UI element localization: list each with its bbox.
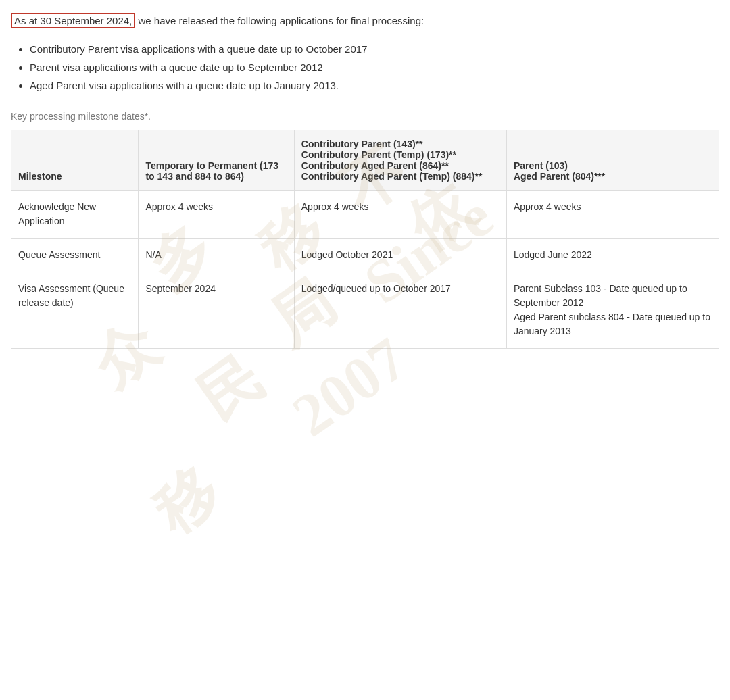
bullet-item: Contributory Parent visa applications wi… — [30, 40, 719, 58]
table-cell-parent: Parent Subclass 103 - Date queued up to … — [506, 272, 719, 348]
milestone-table: MilestoneTemporary to Permanent (173 to … — [11, 130, 719, 349]
table-cell-contributory: Lodged/queued up to October 2017 — [294, 272, 506, 348]
highlighted-date: As at 30 September 2024, — [11, 13, 135, 28]
table-cell-temp_to_perm: September 2024 — [139, 272, 294, 348]
table-header-parent: Parent (103)Aged Parent (804)*** — [506, 130, 719, 190]
table-cell-contributory: Approx 4 weeks — [294, 190, 506, 238]
intro-paragraph: As at 30 September 2024, we have release… — [11, 14, 719, 29]
table-cell-milestone: Visa Assessment (Queue release date) — [11, 272, 139, 348]
table-cell-milestone: Queue Assessment — [11, 238, 139, 272]
table-row: Queue AssessmentN/ALodged October 2021Lo… — [11, 238, 719, 272]
milestone-heading: Key processing milestone dates*. — [11, 111, 719, 122]
table-cell-contributory: Lodged October 2021 — [294, 238, 506, 272]
table-header-contributory: Contributory Parent (143)**Contributory … — [294, 130, 506, 190]
table-cell-milestone: Acknowledge New Application — [11, 190, 139, 238]
table-cell-parent: Lodged June 2022 — [506, 238, 719, 272]
bullet-list: Contributory Parent visa applications wi… — [11, 40, 719, 95]
table-cell-temp_to_perm: Approx 4 weeks — [139, 190, 294, 238]
table-header-temp_to_perm: Temporary to Permanent (173 to 143 and 8… — [139, 130, 294, 190]
bullet-item: Aged Parent visa applications with a que… — [30, 76, 719, 95]
table-row: Visa Assessment (Queue release date)Sept… — [11, 272, 719, 348]
table-header-row: MilestoneTemporary to Permanent (173 to … — [11, 130, 719, 190]
table-header-milestone: Milestone — [11, 130, 139, 190]
table-cell-parent: Approx 4 weeks — [506, 190, 719, 238]
table-cell-temp_to_perm: N/A — [139, 238, 294, 272]
bullet-item: Parent visa applications with a queue da… — [30, 58, 719, 76]
intro-rest: we have released the following applicati… — [135, 15, 424, 26]
table-body: Acknowledge New ApplicationApprox 4 week… — [11, 190, 719, 348]
table-row: Acknowledge New ApplicationApprox 4 week… — [11, 190, 719, 238]
